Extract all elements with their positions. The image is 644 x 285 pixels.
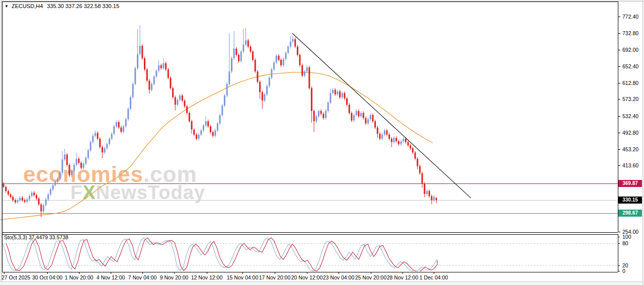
candle-body <box>64 154 65 159</box>
candle-body <box>212 132 214 136</box>
candle-body <box>276 56 277 62</box>
candle-body <box>189 113 190 122</box>
x-axis-date-label: 23 Nov 04:00 <box>323 274 354 280</box>
candle-body <box>388 135 390 139</box>
candle-body <box>22 198 23 200</box>
candle-body <box>66 154 68 165</box>
candle-body <box>177 100 178 105</box>
candle-body <box>372 115 374 121</box>
candle-body <box>238 55 239 61</box>
symbol-dropdown-icon[interactable]: ▼ <box>5 4 9 9</box>
candle-body <box>328 103 329 111</box>
candle-body <box>210 126 211 132</box>
candle-body <box>146 69 148 80</box>
candle-body <box>165 63 167 69</box>
candle-body <box>99 139 101 147</box>
x-axis-date-label: 20 Nov 12:00 <box>291 274 323 280</box>
candle-body <box>363 113 364 118</box>
candle-body <box>186 107 188 113</box>
candle-body <box>132 84 134 97</box>
candle-body <box>351 113 352 121</box>
candle-body <box>405 139 407 142</box>
candle-body <box>335 90 336 94</box>
y-axis-label: 692.00 <box>622 47 638 53</box>
candle-body <box>301 65 303 76</box>
candle-body <box>235 49 237 55</box>
x-axis-date-label: 1 Dec 04:00 <box>420 274 448 280</box>
candle-body <box>61 159 63 172</box>
candle-body <box>297 47 298 55</box>
candle-body <box>104 148 106 152</box>
x-axis-date-label: 4 Nov 12:00 <box>97 274 125 280</box>
candle-body <box>57 178 58 182</box>
candle-body <box>410 145 411 148</box>
candle-body <box>106 144 108 148</box>
candle-body <box>59 173 61 179</box>
candle-body <box>398 141 399 144</box>
candle-body <box>431 196 432 200</box>
candle-body <box>408 142 409 146</box>
candle-body <box>266 86 268 94</box>
candle-body <box>342 93 343 97</box>
candle-body <box>15 200 16 202</box>
candle-body <box>50 189 51 195</box>
candle-body <box>17 200 19 202</box>
x-axis-date-label: 9 Nov 20:00 <box>160 274 189 280</box>
x-axis-date-label: 27 Oct 2025 <box>2 274 30 280</box>
chart-area[interactable] <box>0 0 644 285</box>
candle-body <box>318 111 319 117</box>
candle-body <box>214 131 216 136</box>
candle-body <box>83 164 84 168</box>
candle-body <box>248 40 249 46</box>
y-axis-label: 652.40 <box>622 63 638 69</box>
y-axis-label: 532.40 <box>622 113 638 119</box>
candle-body <box>290 42 291 47</box>
candle-body <box>264 94 265 101</box>
current_price-price-badge: 330.15 <box>618 197 642 204</box>
candle-body <box>198 135 200 139</box>
y-axis-label: 772.40 <box>622 14 638 20</box>
candle-body <box>196 135 197 139</box>
candle-body <box>116 122 117 126</box>
candle-body <box>168 69 169 78</box>
candle-body <box>19 198 21 200</box>
candle-body <box>125 119 127 126</box>
candle-body <box>231 58 232 71</box>
candle-body <box>304 71 305 75</box>
candle-body <box>339 91 341 98</box>
x-axis-date-label: 15 Nov 04:00 <box>227 274 258 280</box>
candle-body <box>377 128 378 134</box>
candle-body <box>12 197 14 201</box>
candle-body <box>123 126 124 132</box>
candle-body <box>38 199 40 205</box>
candle-body <box>134 68 136 84</box>
candle-body <box>139 46 141 54</box>
candle-body <box>346 99 348 105</box>
candle-body <box>280 60 282 65</box>
candle-body <box>245 40 247 44</box>
candle-body <box>224 96 225 106</box>
candle-body <box>221 106 223 115</box>
candle-body <box>255 60 256 71</box>
chart-title-bar: ▼ZECUSD,H4335.30 337.26 322.58 330.15 <box>5 3 119 9</box>
candle-body <box>175 98 176 105</box>
candle-body <box>170 78 171 88</box>
candle-body <box>184 101 186 107</box>
candle-body <box>155 71 157 77</box>
candle-body <box>182 96 183 101</box>
candle-body <box>370 115 371 119</box>
candle-body <box>113 126 115 134</box>
candle-body <box>172 88 174 97</box>
x-axis-date-label: 25 Nov 20:00 <box>355 274 386 280</box>
candle-body <box>313 111 315 122</box>
candle-body <box>75 159 77 165</box>
candle-body <box>200 131 202 135</box>
sto-d-line <box>6 238 437 272</box>
y-axis-label: 413.60 <box>622 162 638 168</box>
candle-body <box>283 59 284 65</box>
candle-body <box>163 63 164 68</box>
candle-body <box>419 166 421 173</box>
candle-body <box>337 91 338 94</box>
candle-body <box>412 148 414 152</box>
x-axis-date-label: 12 Nov 12:00 <box>191 274 222 280</box>
